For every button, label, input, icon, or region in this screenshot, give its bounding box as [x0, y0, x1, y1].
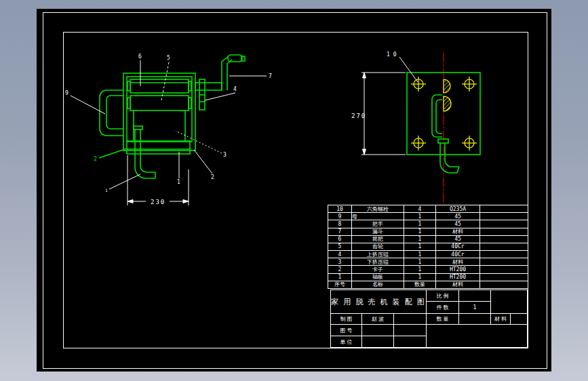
part-note: [480, 228, 528, 235]
title-block-blank-cell: [510, 313, 528, 325]
part-no: 4: [328, 251, 352, 258]
part-qty: 1: [404, 228, 436, 235]
dim-270: 270: [351, 113, 366, 119]
shaft-section-bottom: [444, 96, 451, 111]
part-qty: 4: [404, 205, 436, 213]
header-note: [480, 281, 528, 288]
part-name: 上挤压辊: [352, 251, 404, 258]
dimension-labels: 270 1 0: [351, 52, 397, 119]
dimension-lines: [361, 57, 418, 155]
part-name: 轴板: [352, 273, 404, 281]
table-row: 7 漏斗 1 材料: [328, 228, 528, 235]
drawn-by-value: 赵 波: [361, 313, 394, 325]
part-name: 六角螺栓: [352, 205, 404, 213]
table-row: 8 把手 1 45: [328, 220, 528, 228]
part-qty: 1: [404, 266, 436, 273]
material-label: 材 料: [490, 313, 511, 325]
callout-5: 5: [167, 55, 170, 61]
header-no: 序号: [328, 281, 352, 288]
part-name: 漏斗: [352, 228, 404, 235]
part-material: HT200: [436, 266, 480, 273]
callout-7: 7: [269, 73, 272, 79]
table-row: 3 下挤压辊 1 材料: [328, 258, 528, 266]
part-qty: 1: [404, 213, 436, 220]
assembly-front-view: 6 5 7 4 9 2 3 2 1 1 230: [61, 34, 278, 210]
part-qty: 1: [404, 220, 436, 228]
part-note: [480, 213, 528, 220]
part-name: 卡子: [352, 266, 404, 273]
part-no: 1: [328, 273, 352, 281]
callout-1b: 1: [105, 188, 108, 193]
part-note: [480, 205, 528, 213]
part-qty: 1: [404, 251, 436, 258]
table-row: 1 轴板 1 HT200: [328, 273, 528, 281]
part-name: 摇把: [352, 235, 404, 243]
part-material: Q235A: [436, 205, 480, 213]
drawing-no-label: 图 号: [330, 324, 362, 336]
title-block-blank-cell: [361, 336, 394, 348]
part-qty: 1: [404, 235, 436, 243]
part-material: HT200: [436, 273, 480, 281]
part-note: [480, 273, 528, 281]
parts-list-table: 10 六角螺栓 4 Q235A 9 母 1 45 8 把手 1 45 7 漏斗 …: [328, 205, 528, 289]
unit-label: 单 位: [330, 336, 362, 348]
callout-6: 6: [138, 54, 142, 60]
part-no: 7: [328, 228, 352, 235]
part-material: 45: [436, 235, 480, 243]
callout-1: 1: [177, 179, 180, 185]
table-row: 5 齿轮 1 40Cr: [328, 243, 528, 250]
part-note: [480, 220, 528, 228]
part-no: 10: [328, 205, 352, 213]
part-material: 40Cr: [436, 251, 480, 258]
part-no: 8: [328, 220, 352, 228]
title-block-blank-cell: [393, 324, 427, 336]
part-note: [480, 258, 528, 266]
scale-label: 比 例: [426, 289, 459, 302]
part-name: 下挤压辊: [352, 258, 404, 266]
side-plate-view: 270 1 0: [339, 41, 515, 203]
part-note: [480, 266, 528, 273]
part-no: 3: [328, 258, 352, 266]
part-no: 6: [328, 235, 352, 243]
part-material: 45: [436, 213, 480, 220]
title-block-blank-cell: [426, 324, 528, 348]
header-name: 名称: [352, 281, 404, 288]
part-note: [480, 243, 528, 250]
callout-2: 2: [211, 174, 214, 180]
part-material: 材料: [436, 228, 480, 235]
part-material: 40Cr: [436, 243, 480, 250]
part-note: [480, 235, 528, 243]
pieces-label: 件 数: [426, 301, 459, 314]
title-block-blank-cell: [393, 336, 427, 348]
dim-230: 230: [151, 199, 165, 205]
title-block-blank-cell: [490, 289, 528, 314]
quantity-label: 数 量: [426, 313, 459, 325]
header-qty: 数量: [404, 281, 436, 288]
part-material: 材料: [436, 258, 480, 266]
callout-4: 4: [233, 86, 237, 92]
table-row: 9 母 1 45: [328, 213, 528, 220]
cad-drawing-canvas[interactable]: 6 5 7 4 9 2 3 2 1 1 230: [37, 9, 551, 372]
title-block-blank-cell: [361, 324, 394, 336]
callout-10: 1 0: [387, 52, 397, 58]
scale-value: [458, 289, 491, 302]
machine-body-outline: [99, 55, 245, 178]
shaft-section-top: [444, 79, 450, 93]
callout-leader-lines: [71, 60, 267, 205]
drawing-title: 家 用 脱 壳 机 装 配 图: [330, 289, 427, 314]
part-qty: 1: [404, 243, 436, 250]
title-block-blank-cell: [393, 313, 427, 325]
part-no: 2: [328, 266, 352, 273]
header-material: 材料: [436, 281, 480, 288]
table-row: 6 摇把 1 45: [328, 235, 528, 243]
part-qty: 1: [404, 258, 436, 266]
table-row: 10 六角螺栓 4 Q235A: [328, 205, 528, 213]
part-name: 母: [352, 213, 404, 220]
table-row: 2 卡子 1 HT200: [328, 266, 528, 273]
title-block: 家 用 脱 壳 机 装 配 图 比 例 件 数 1 制 图 赵 波 数 量 材 …: [330, 289, 528, 348]
drawn-by-label: 制 图: [330, 313, 362, 325]
part-no: 9: [328, 213, 352, 220]
pieces-value: 1: [458, 301, 491, 314]
part-material: 45: [436, 220, 480, 228]
part-no: 5: [328, 243, 352, 250]
